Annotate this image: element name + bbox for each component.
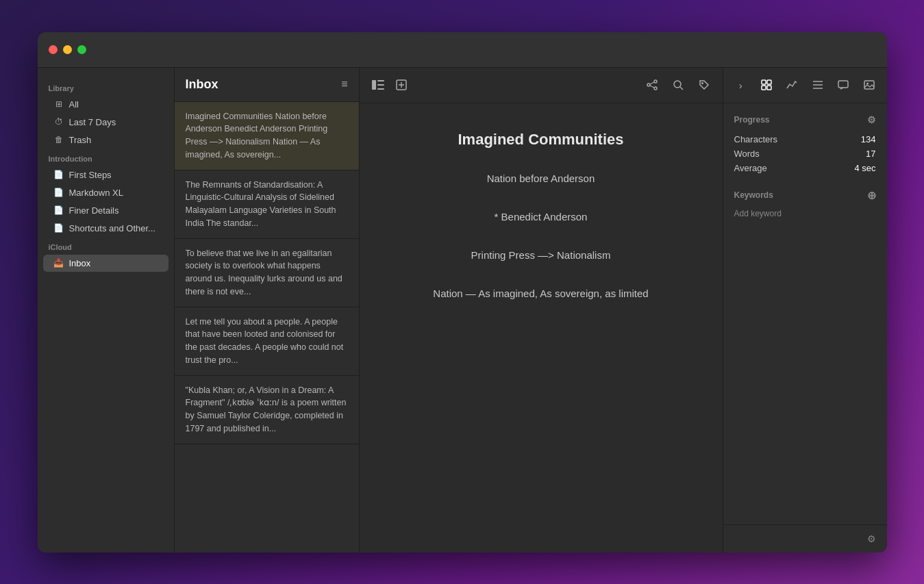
bottom-settings-icon[interactable]: ⚙ — [867, 533, 876, 544]
chart-icon[interactable] — [783, 80, 802, 90]
tag-icon[interactable] — [697, 77, 712, 92]
svg-point-14 — [701, 82, 703, 84]
sidebar-item-label: Shortcuts and Other... — [69, 223, 155, 233]
sidebar-item-last7days[interactable]: ⏱ Last 7 Days — [43, 114, 168, 131]
editor-toolbar-right — [645, 77, 712, 92]
editor: Imagined Communities Nation before Ander… — [360, 68, 723, 553]
minimize-button[interactable] — [63, 45, 72, 54]
svg-point-12 — [674, 81, 681, 88]
list-icon[interactable] — [808, 80, 827, 90]
svg-rect-1 — [377, 80, 384, 81]
editor-line-4: Nation — As imagined, As sovereign, as l… — [414, 285, 668, 302]
svg-rect-15 — [762, 80, 766, 84]
svg-line-13 — [680, 87, 683, 90]
note-item[interactable]: "Kubla Khan; or, A Vision in a Dream: A … — [175, 376, 359, 444]
sidebar-item-trash[interactable]: 🗑 Trash — [43, 131, 168, 149]
svg-line-10 — [650, 82, 654, 84]
svg-rect-18 — [767, 86, 771, 90]
note-item[interactable]: Imagined Communities Nation before Ander… — [175, 102, 359, 170]
editor-line-1: Nation before Anderson — [414, 170, 668, 187]
doc-icon: 📄 — [54, 188, 64, 197]
note-list-title: Inbox — [186, 77, 218, 92]
average-label: Average — [734, 163, 767, 173]
keywords-section-title: Keywords ⊕ — [734, 189, 876, 202]
sidebar-item-finer-details[interactable]: 📄 Finer Details — [43, 202, 168, 219]
sidebar-item-label: First Steps — [69, 170, 112, 180]
progress-section-title: Progress ⚙ — [734, 114, 876, 125]
sidebar-item-label: Inbox — [69, 258, 91, 268]
editor-toolbar — [360, 68, 723, 103]
svg-rect-16 — [767, 80, 771, 84]
sidebar-item-first-steps[interactable]: 📄 First Steps — [43, 166, 168, 183]
sidebar-item-label: Last 7 Days — [69, 117, 116, 127]
progress-icon[interactable]: ⚙ — [867, 114, 876, 125]
note-item-text: The Remnants of Standardisation: A Lingu… — [186, 179, 348, 230]
add-keyword-placeholder[interactable]: Add keyword — [734, 209, 876, 218]
sidebar-item-all[interactable]: ⊞ All — [43, 96, 168, 113]
words-value: 17 — [866, 149, 875, 159]
svg-point-9 — [654, 87, 657, 90]
grid-icon: ⊞ — [54, 99, 64, 109]
note-item[interactable]: Let me tell you about a people. A people… — [175, 307, 359, 376]
svg-point-8 — [647, 84, 650, 86]
svg-point-24 — [866, 83, 869, 85]
keywords-section: Keywords ⊕ Add keyword — [734, 189, 876, 218]
title-bar — [38, 32, 887, 68]
fullscreen-button[interactable] — [77, 45, 86, 54]
filter-icon[interactable]: ≡ — [341, 78, 347, 90]
sidebar: Library ⊞ All ⏱ Last 7 Days 🗑 Trash Intr… — [38, 68, 175, 553]
share-icon[interactable] — [645, 77, 660, 92]
sidebar-item-markdown-xl[interactable]: 📄 Markdown XL — [43, 184, 168, 201]
note-item[interactable]: The Remnants of Standardisation: A Lingu… — [175, 170, 359, 239]
words-label: Words — [734, 149, 760, 159]
right-panel-bottom: ⚙ — [723, 524, 887, 553]
note-item-text: Imagined Communities Nation before Ander… — [186, 110, 348, 162]
editor-heading: Imagined Communities — [414, 131, 668, 149]
add-keyword-icon[interactable]: ⊕ — [867, 189, 876, 202]
image-icon[interactable] — [860, 80, 879, 90]
right-panel-toolbar: › — [723, 68, 887, 103]
icloud-label: iCloud — [38, 238, 174, 254]
grid-view-icon[interactable] — [757, 79, 776, 90]
clock-icon: ⏱ — [54, 117, 64, 127]
doc-icon: 📄 — [54, 223, 64, 233]
doc-icon: 📄 — [54, 205, 64, 215]
svg-rect-0 — [372, 80, 376, 90]
sidebar-item-label: All — [69, 99, 79, 110]
note-item-text: To believe that we live in an egalitaria… — [186, 247, 348, 299]
note-list: Inbox ≡ Imagined Communities Nation befo… — [175, 68, 360, 553]
sidebar-toggle-icon[interactable] — [371, 77, 386, 92]
svg-rect-17 — [762, 86, 766, 90]
sidebar-item-label: Markdown XL — [69, 188, 123, 198]
chevron-forward-icon[interactable]: › — [732, 79, 751, 91]
compose-icon[interactable] — [394, 77, 409, 92]
svg-rect-23 — [864, 81, 874, 89]
introduction-label: Introduction — [38, 149, 174, 166]
editor-content[interactable]: Imagined Communities Nation before Ander… — [360, 103, 723, 553]
sidebar-item-shortcuts[interactable]: 📄 Shortcuts and Other... — [43, 220, 168, 237]
sidebar-item-inbox[interactable]: 📥 Inbox — [43, 255, 168, 272]
right-panel: › — [723, 68, 887, 553]
svg-line-11 — [650, 86, 654, 88]
editor-line-2: * Benedict Anderson — [414, 209, 668, 225]
comment-icon[interactable] — [834, 80, 853, 90]
main-content: Library ⊞ All ⏱ Last 7 Days 🗑 Trash Intr… — [38, 68, 887, 553]
editor-line-3: Printing Press —> Nationalism — [414, 247, 668, 264]
note-item[interactable]: To believe that we live in an egalitaria… — [175, 239, 359, 307]
app-window: Library ⊞ All ⏱ Last 7 Days 🗑 Trash Intr… — [38, 32, 887, 553]
doc-icon: 📄 — [54, 170, 64, 179]
note-list-header: Inbox ≡ — [175, 68, 359, 102]
editor-toolbar-left — [371, 77, 409, 92]
search-icon[interactable] — [671, 77, 686, 92]
average-value: 4 sec — [854, 163, 875, 173]
svg-rect-22 — [838, 81, 848, 88]
svg-rect-3 — [377, 88, 384, 90]
right-panel-content: Progress ⚙ Characters 134 Words 17 Avera… — [723, 103, 887, 524]
average-row: Average 4 sec — [734, 161, 876, 175]
inbox-icon: 📥 — [54, 258, 64, 268]
traffic-lights — [49, 45, 86, 54]
sidebar-item-label: Finer Details — [69, 205, 119, 216]
note-item-text: "Kubla Khan; or, A Vision in a Dream: A … — [186, 384, 348, 435]
close-button[interactable] — [49, 45, 58, 54]
characters-value: 134 — [861, 134, 876, 144]
